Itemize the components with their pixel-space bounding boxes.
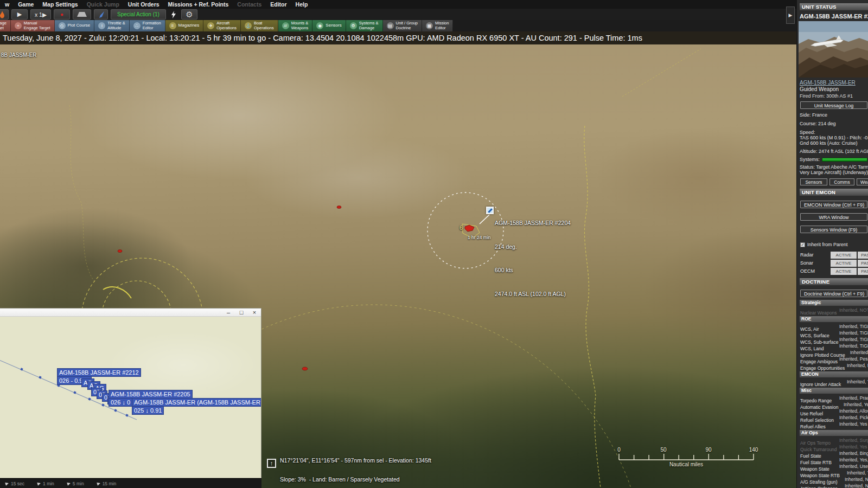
popup-unit-datablock[interactable]: 026 ↓ 0 (108, 398, 135, 407)
sonar-active-cell[interactable]: ACTIVE (831, 260, 857, 267)
doctrine-row-value[interactable]: Inherited, TIGH (839, 323, 868, 330)
menu-item-game[interactable]: Game (14, 1, 38, 8)
jump-to-button[interactable] (94, 9, 108, 20)
step-arrow-icon (5, 481, 9, 486)
time-step-5min[interactable]: 5 min (67, 481, 84, 486)
contact-marker[interactable] (118, 250, 122, 253)
doctrine-row-value[interactable]: Inherited, Surg (839, 437, 868, 444)
doctrine-window-button[interactable]: Doctrine Window (Ctrl + F9) (800, 290, 867, 297)
doctrine-row-value[interactable]: Inherited, No (845, 483, 868, 488)
time-step-bar: 15 sec 1 min 5 min 15 min (0, 478, 261, 488)
view-mode-button[interactable] (73, 9, 91, 20)
special-action-button[interactable]: Special Action (1) (111, 9, 166, 20)
doctrine-row-value[interactable]: Inherited, Prac (839, 395, 868, 401)
doctrine-row-value[interactable]: Inherited, Use (839, 463, 868, 470)
play-button[interactable]: ▶ (11, 9, 28, 20)
step-label: 15 min (103, 481, 117, 486)
doctrine-row-value[interactable]: Inherited, TIGH (839, 343, 868, 349)
inherit-checkbox[interactable]: ✓ (800, 242, 805, 247)
button-label: Operations (254, 26, 274, 30)
record-button[interactable]: ● (54, 9, 70, 20)
close-icon[interactable]: × (248, 309, 261, 317)
popup-unit-label[interactable]: AGM-158B JASSM-ER (AGM-158B JASSM-ER (132, 398, 261, 407)
status-line2: Very Large Aircraft) (Underway) (800, 170, 868, 175)
playback-toolbar: ▶ x 1▶ ● Special Action (1) ⚙ (0, 9, 868, 20)
lightning-button[interactable] (169, 9, 178, 20)
sonar-passive-cell[interactable]: PASSIVE (858, 260, 868, 267)
doctrine-row-value[interactable]: Inherited, No (850, 349, 868, 356)
toolbar-button-boat-operations[interactable]: ⚓ BoatOperations (241, 20, 278, 31)
doctrine-row-value[interactable]: Inherited, TIGH (839, 330, 868, 336)
doctrine-row-value[interactable]: Inherited, Yes (839, 421, 867, 427)
doctrine-row-value[interactable]: Inherited, Yes, (839, 457, 868, 463)
play-icon: ▶ (17, 11, 22, 18)
radar-passive-cell[interactable]: PASSIVE (858, 252, 868, 259)
doctrine-row-value[interactable]: Inherited, Yes (839, 444, 867, 450)
doctrine-row-value[interactable]: Inherited, Yes, (847, 470, 868, 476)
menu-item-map-settings[interactable]: Map Settings (38, 1, 82, 8)
sensors-button[interactable]: Sensors (800, 178, 827, 185)
settings-button[interactable]: ⚙ (181, 9, 197, 20)
doctrine-row-value[interactable]: Inherited, TIGH (839, 336, 868, 343)
sensors-window-button[interactable]: Sensors Window (F9) (800, 226, 867, 233)
time-step-15min[interactable]: 15 min (97, 481, 117, 486)
doctrine-row-value[interactable]: Inherited, Pick (839, 414, 868, 421)
flame-button[interactable] (0, 9, 9, 20)
toolbar-button-formation-editor[interactable]: ∴ FormationEditor (130, 20, 165, 31)
doctrine-row-value[interactable]: Inherited, Yes (847, 378, 868, 385)
toolbar-button-mission-editor[interactable]: ▦ MissionEditor (422, 20, 453, 31)
contact-marker[interactable] (337, 206, 341, 209)
unit-database-link[interactable]: AGM-158B JASSM-ER (800, 80, 868, 86)
toolbar-button-systems-damage[interactable]: ⚙ Systems &Damage (346, 20, 383, 31)
toolbar-button-engage-target[interactable]: ◎ EngageTarget (0, 20, 11, 31)
wra-window-button[interactable]: WRA Window (800, 213, 867, 221)
speed-button[interactable]: x 1▶ (30, 9, 51, 20)
toolbar-button-unit-group-doctrine[interactable]: ▤ Unit / GroupDoctrine (383, 20, 422, 31)
doctrine-row-value[interactable]: Inherited, Yes (844, 401, 868, 408)
oecm-active-cell[interactable]: ACTIVE (831, 268, 857, 275)
speed-tas-label: TAS 600 kts (M 0.91) - Pitch: -0.4 (800, 135, 868, 140)
toolbar-button-sensors[interactable]: ◉ Sensors (312, 20, 346, 31)
menu-item-missions-ref-points[interactable]: Missions + Ref. Points (164, 1, 233, 8)
formation-editor-icon: ∴ (133, 22, 141, 29)
oecm-passive-cell[interactable]: PASSIVE (858, 268, 868, 275)
emcon-window-button[interactable]: EMCON Window (Ctrl + F9) (800, 201, 867, 208)
selected-unit-icon[interactable] (486, 207, 494, 214)
toolbar-button-magazines[interactable]: ≡ Magazines (165, 20, 204, 31)
popup-title-bar[interactable]: – □ × (0, 309, 261, 317)
popup-unit-label[interactable]: AGM-158B JASSM-ER #2212 (57, 368, 141, 377)
toolbar-button-mounts-weapons[interactable]: /// Mounts &Weapons (278, 20, 313, 31)
toolbar-button-manual-engage-target[interactable]: + ManualEngage Target (11, 20, 55, 31)
doctrine-row-value[interactable]: Inherited, NOT (839, 307, 868, 313)
target-contact-icon[interactable] (465, 225, 474, 232)
time-step-15sec[interactable]: 15 sec (5, 481, 24, 486)
sidebar-collapse-button[interactable]: ▶ (786, 7, 795, 24)
popup-unit-datablock[interactable]: 025 ↓ 0.91 (132, 406, 164, 415)
doctrine-row-value[interactable]: Inherited, Allow (839, 408, 868, 414)
scale-tick-label: 50 (660, 447, 666, 453)
doctrine-row-value[interactable]: Inherited, No ( (847, 362, 868, 369)
popup-unit-label[interactable]: AGM-158B JASSM-ER #2205 (108, 390, 193, 399)
toolbar-button-aircraft-operations[interactable]: ✈ AircraftOperations (203, 20, 241, 31)
doctrine-row-value[interactable]: Inherited, Pess (839, 356, 868, 362)
minimize-icon[interactable]: – (222, 309, 235, 317)
contact-marker[interactable] (302, 367, 308, 370)
time-step-1min[interactable]: 1 min (37, 481, 54, 486)
radar-active-cell[interactable]: ACTIVE (831, 252, 857, 259)
unit-course: 214 deg. (495, 243, 571, 251)
up-arrow-icon: ↑ (270, 460, 273, 466)
menu-item-unit-orders[interactable]: Unit Orders (124, 1, 164, 8)
menu-item-partial[interactable]: w (1, 1, 14, 8)
comms-button[interactable]: Comms (829, 178, 854, 185)
north-arrow-button[interactable]: ↑ (267, 459, 276, 468)
weapons-button[interactable]: Weapons (857, 178, 868, 185)
menu-item-help[interactable]: Help (291, 1, 312, 8)
doctrine-row-value[interactable]: Inherited, No (845, 476, 868, 483)
unit-message-log-button[interactable]: Unit Message Log (800, 101, 867, 109)
menu-item-editor[interactable]: Editor (266, 1, 291, 8)
popup-map-body[interactable]: AGM-158B JASSM-ER #2212 026 - 0.9 AG AG … (0, 317, 261, 478)
toolbar-button-throttle-altitude[interactable]: ↕ Throttle &Altitude (94, 20, 130, 31)
doctrine-row-value[interactable]: Inherited, Bing (839, 450, 868, 457)
maximize-icon[interactable]: □ (235, 309, 248, 317)
toolbar-button-plot-course[interactable]: ◇ Plot Course (55, 20, 95, 31)
